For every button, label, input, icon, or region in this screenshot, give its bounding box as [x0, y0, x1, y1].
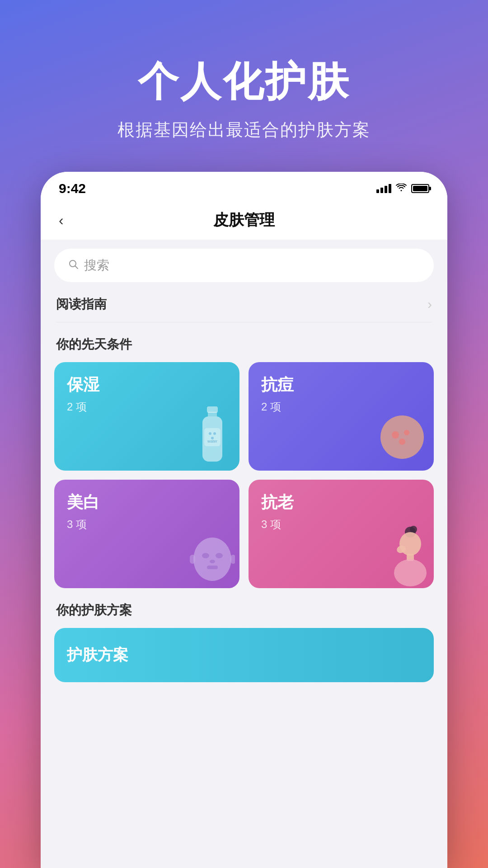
guide-label: 阅读指南	[56, 296, 107, 313]
hero-subtitle: 根据基因给出最适合的护肤方案	[27, 118, 461, 142]
svg-point-22	[410, 526, 417, 533]
svg-rect-20	[230, 555, 235, 564]
phone-mockup: 9:42 ‹ 皮肤管理	[41, 172, 447, 868]
skincare-plan-card[interactable]: 护肤方案	[54, 628, 434, 682]
signal-icon	[376, 184, 391, 193]
person-illustration	[384, 523, 429, 588]
svg-point-14	[193, 538, 231, 581]
svg-point-6	[209, 432, 211, 435]
svg-rect-2	[207, 406, 218, 413]
card-moisture-title: 保湿	[67, 374, 227, 396]
svg-point-7	[213, 432, 216, 435]
card-whitening[interactable]: 美白 3 项	[54, 480, 239, 588]
svg-point-12	[404, 430, 409, 435]
svg-text:water: water	[207, 439, 217, 443]
content-area: 搜索 阅读指南 › 你的先天条件 保湿 2 项	[41, 240, 447, 868]
search-bar[interactable]: 搜索	[54, 249, 434, 282]
card-whitening-title: 美白	[67, 491, 227, 514]
acne-illustration	[375, 410, 425, 462]
status-icons	[376, 183, 429, 194]
svg-point-10	[380, 415, 424, 459]
back-button[interactable]: ‹	[59, 212, 64, 229]
svg-rect-3	[208, 412, 217, 416]
status-time: 9:42	[59, 181, 86, 196]
mask-illustration	[185, 532, 235, 584]
card-antiaging[interactable]: 抗老 3 项	[249, 480, 434, 588]
svg-point-25	[394, 559, 427, 586]
svg-point-15	[202, 553, 209, 558]
cards-grid: 保湿 2 项	[54, 362, 434, 588]
status-bar: 9:42	[41, 172, 447, 201]
svg-rect-18	[207, 566, 218, 569]
card-acne[interactable]: 抗痘 2 项	[249, 362, 434, 471]
battery-icon	[411, 184, 429, 193]
card-antiaging-title: 抗老	[261, 491, 421, 514]
guide-arrow-icon: ›	[427, 297, 432, 312]
guide-section[interactable]: 阅读指南 ›	[54, 296, 434, 313]
svg-point-13	[399, 439, 405, 445]
hero-section: 个人化护肤 根据基因给出最适合的护肤方案	[0, 0, 488, 169]
svg-point-11	[392, 431, 399, 439]
skincare-plan-title: 护肤方案	[67, 645, 128, 665]
wifi-icon	[396, 183, 407, 194]
skincare-section-label: 你的护肤方案	[56, 602, 432, 619]
search-placeholder: 搜索	[84, 257, 109, 274]
hero-title: 个人化护肤	[27, 54, 461, 109]
card-acne-title: 抗痘	[261, 374, 421, 396]
svg-point-17	[210, 560, 215, 563]
card-moisture[interactable]: 保湿 2 项	[54, 362, 239, 471]
page-title: 皮肤管理	[213, 210, 275, 231]
svg-rect-19	[190, 555, 195, 564]
nav-bar: ‹ 皮肤管理	[41, 201, 447, 240]
svg-point-16	[216, 553, 223, 558]
card-whitening-subtitle: 3 项	[67, 517, 227, 532]
svg-line-1	[75, 266, 78, 269]
innate-section-label: 你的先天条件	[56, 336, 432, 353]
bottle-illustration: water	[194, 406, 230, 471]
search-icon	[68, 259, 79, 273]
separator	[56, 322, 432, 322]
